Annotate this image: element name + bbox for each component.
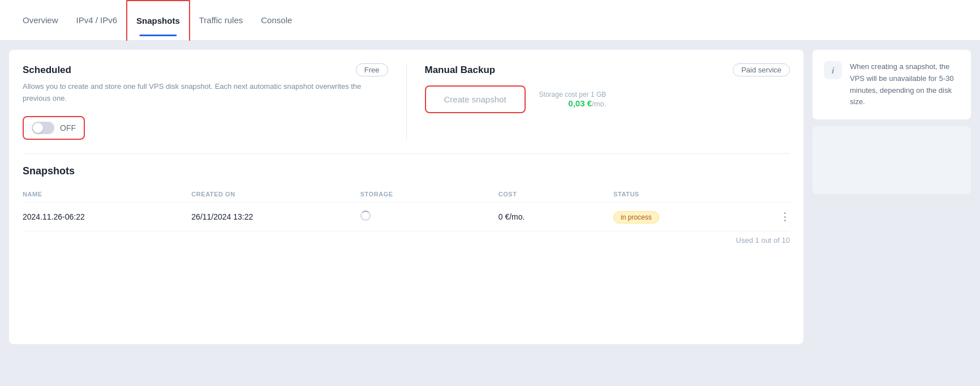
storage-cost-info: Storage cost per 1 GB 0,03 €/mo. xyxy=(539,91,607,108)
col-header-name: NAME xyxy=(23,186,191,203)
scheduled-title: Scheduled xyxy=(23,65,71,76)
page-wrapper: Overview IPv4 / IPv6 Snapshots Traffic r… xyxy=(0,0,980,353)
spinner-icon xyxy=(360,211,371,221)
col-header-storage: STORAGE xyxy=(360,186,498,203)
tab-ipv4ipv6[interactable]: IPv4 / IPv6 xyxy=(67,0,127,41)
table-body: 2024.11.26-06:22 26/11/2024 13:22 0 €/mo… xyxy=(23,202,790,231)
snapshots-section: Snapshots NAME CREATED ON STORAGE COST S… xyxy=(23,165,790,245)
manual-backup-header: Manual Backup Paid service xyxy=(425,63,790,76)
section-divider xyxy=(23,153,790,154)
status-badge: in process xyxy=(613,211,659,224)
manual-backup-title: Manual Backup xyxy=(425,65,496,76)
main-content: Scheduled Free Allows you to create and … xyxy=(0,41,980,353)
used-counter: Used 1 out of 10 xyxy=(23,236,790,245)
manual-backup-section: Manual Backup Paid service Create snapsh… xyxy=(406,63,790,140)
tab-bar: Overview IPv4 / IPv6 Snapshots Traffic r… xyxy=(0,0,980,41)
snapshot-status: in process xyxy=(613,202,751,231)
snapshots-title: Snapshots xyxy=(23,165,790,177)
snapshot-name: 2024.11.26-06:22 xyxy=(23,202,191,231)
col-header-status: STATUS xyxy=(613,186,751,203)
scheduled-description: Allows you to create and store one full … xyxy=(23,81,388,105)
snapshot-cost: 0 €/mo. xyxy=(498,202,613,231)
empty-card xyxy=(813,126,971,194)
storage-cost-value: 0,03 €/mo. xyxy=(568,98,606,108)
scheduled-toggle-label: OFF xyxy=(60,123,76,132)
left-panel: Scheduled Free Allows you to create and … xyxy=(9,50,803,344)
scheduled-toggle[interactable] xyxy=(32,122,54,134)
tab-traffic-rules[interactable]: Traffic rules xyxy=(190,0,252,41)
tab-snapshots[interactable]: Snapshots xyxy=(126,0,190,41)
create-snapshot-area: Create snapshot Storage cost per 1 GB 0,… xyxy=(425,85,790,113)
scheduled-badge: Free xyxy=(356,63,388,76)
storage-cost-label: Storage cost per 1 GB xyxy=(539,91,607,98)
col-header-created: CREATED ON xyxy=(191,186,360,203)
snapshot-actions[interactable]: ⋮ xyxy=(751,202,790,231)
create-snapshot-button[interactable]: Create snapshot xyxy=(425,85,526,113)
scheduled-section: Scheduled Free Allows you to create and … xyxy=(23,63,406,140)
table-row: 2024.11.26-06:22 26/11/2024 13:22 0 €/mo… xyxy=(23,202,790,231)
info-icon: i xyxy=(824,61,842,79)
services-row: Scheduled Free Allows you to create and … xyxy=(23,63,790,140)
scheduled-toggle-wrapper[interactable]: OFF xyxy=(23,116,85,140)
snapshot-created: 26/11/2024 13:22 xyxy=(191,202,360,231)
snapshot-storage xyxy=(360,202,498,231)
info-text: When creating a snapshot, the VPS will b… xyxy=(850,61,960,108)
col-header-actions xyxy=(751,186,790,203)
tab-overview[interactable]: Overview xyxy=(14,0,67,41)
table-header: NAME CREATED ON STORAGE COST STATUS xyxy=(23,186,790,203)
tab-console[interactable]: Console xyxy=(252,0,301,41)
right-panel: i When creating a snapshot, the VPS will… xyxy=(813,50,971,344)
info-card: i When creating a snapshot, the VPS will… xyxy=(813,50,971,119)
snapshots-table: NAME CREATED ON STORAGE COST STATUS 2024… xyxy=(23,186,790,231)
manual-backup-badge: Paid service xyxy=(733,63,790,76)
more-options-icon[interactable]: ⋮ xyxy=(780,211,790,222)
scheduled-header: Scheduled Free xyxy=(23,63,388,76)
col-header-cost: COST xyxy=(498,186,613,203)
